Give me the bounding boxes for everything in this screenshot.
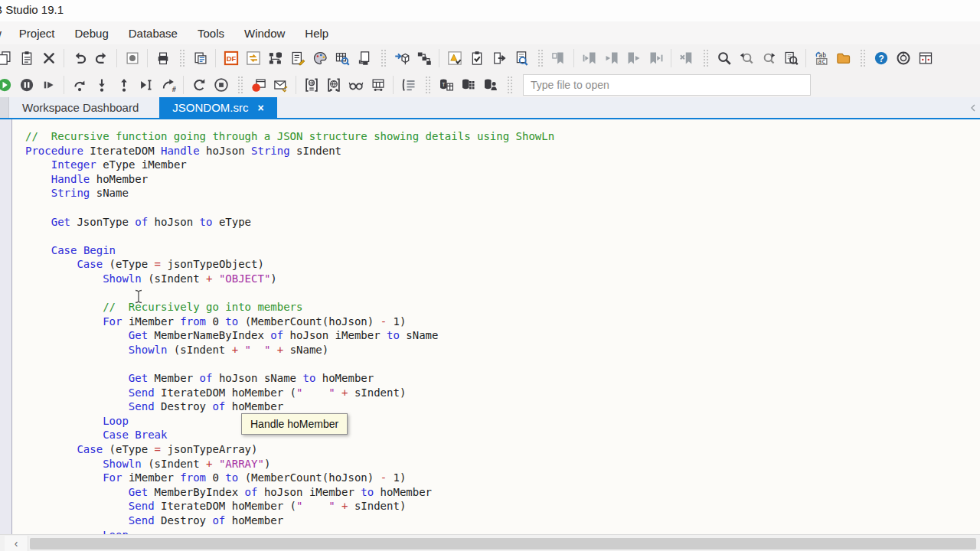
title-bar: B Studio 19.1 (0, 0, 980, 21)
pause-button[interactable] (15, 74, 38, 96)
toolbar-grip (859, 48, 865, 68)
compile-all-button[interactable] (413, 47, 435, 69)
database-cubes-button[interactable] (457, 74, 479, 96)
run-button[interactable] (0, 74, 15, 96)
send-report-button[interactable] (270, 74, 292, 96)
tab-close-icon[interactable]: × (257, 103, 263, 113)
svg-text:ac: ac (818, 57, 825, 65)
menu-project[interactable]: Project (9, 24, 65, 43)
delete-button[interactable] (38, 47, 60, 69)
copy-button[interactable] (0, 47, 15, 69)
run-to-cursor-button[interactable] (135, 74, 157, 96)
menu-database[interactable]: Database (119, 24, 188, 43)
styler-icon (312, 51, 328, 66)
bookmark-toggle-button[interactable] (547, 47, 570, 69)
panels-button[interactable] (914, 47, 936, 69)
locals-button[interactable] (345, 74, 367, 96)
pause-icon (19, 77, 34, 93)
compile-button[interactable] (390, 47, 413, 69)
bookmark-first-button[interactable] (578, 47, 600, 69)
code-line: String sName (12, 186, 980, 201)
find-button[interactable] (713, 47, 735, 69)
code-line: Showln (sIndent + "ARRAY") (12, 457, 980, 471)
menu-tools[interactable]: Tools (188, 24, 234, 43)
help-button[interactable]: ? (870, 47, 892, 69)
database-table-icon: T (439, 77, 454, 93)
run-program-button[interactable] (488, 47, 510, 69)
call-stack-button[interactable] (397, 74, 420, 96)
step-out-button[interactable] (113, 74, 135, 96)
toolbar-separator (296, 76, 296, 94)
hscroll-thumb[interactable] (30, 538, 976, 549)
horizontal-scrollbar[interactable]: ‹ (0, 534, 980, 551)
bookmark-prev-button[interactable] (600, 47, 622, 69)
database-explorer-button[interactable] (264, 47, 286, 69)
find-prev-button[interactable] (735, 47, 757, 69)
editor-selection-margin[interactable] (0, 119, 12, 534)
tab-label: Workspace Dashboard (22, 101, 139, 114)
code-line (12, 357, 980, 372)
watch-expression-button[interactable] (300, 74, 322, 96)
toolbar-grip (237, 75, 243, 95)
preview-button[interactable] (510, 47, 532, 69)
integration-button[interactable] (242, 47, 264, 69)
run-program-icon (492, 51, 507, 66)
styler-button[interactable] (309, 47, 331, 69)
table-editor-button[interactable] (286, 47, 309, 69)
browse-folder-icon (836, 51, 851, 66)
hscroll-left-button[interactable]: ‹ (5, 536, 28, 551)
code-line: Get MemberByIndex of hoJson iMember to h… (12, 485, 980, 500)
find-next-button[interactable] (757, 47, 779, 69)
menu-w[interactable]: w (0, 24, 9, 43)
menu-debug[interactable]: Debug (65, 24, 119, 43)
bookmark-next-button[interactable] (622, 47, 645, 69)
open-file-input[interactable] (523, 74, 811, 96)
toolbar-separator (64, 49, 64, 67)
print-button[interactable] (152, 47, 174, 69)
toolbar-separator (439, 49, 439, 67)
about-button[interactable] (892, 47, 914, 69)
connection-button[interactable] (353, 47, 375, 69)
bookmark-toggle-icon (551, 51, 567, 66)
redo-button[interactable] (90, 47, 113, 69)
code-checks-button[interactable] (466, 47, 488, 69)
resume-icon (41, 77, 57, 93)
code-line: Get Member of hoJson sName to hoMember (12, 371, 980, 386)
record-macro-button[interactable] (121, 47, 143, 69)
database-web-button[interactable] (479, 74, 501, 96)
database-cubes-icon (461, 77, 476, 93)
stop-debugging-button[interactable] (210, 74, 232, 96)
connection-icon (357, 51, 372, 66)
table-buffers-button[interactable] (367, 74, 389, 96)
step-into-button[interactable] (90, 74, 113, 96)
tab-jsondom-src[interactable]: JSONDOM.src× (159, 97, 276, 118)
toggle-breakpoint-button[interactable] (247, 74, 270, 96)
step-over-button[interactable] (68, 74, 90, 96)
set-next-statement-button[interactable]: # (157, 74, 179, 96)
browse-folder-button[interactable] (832, 47, 854, 69)
help-icon: ? (874, 51, 889, 66)
tab-scroll-chevron-icon[interactable] (969, 97, 980, 118)
toolbar-separator (116, 49, 117, 67)
delete-icon (41, 51, 57, 66)
menu-window[interactable]: Window (234, 24, 295, 43)
bookmark-last-button[interactable] (645, 47, 667, 69)
database-browser-button[interactable] (331, 47, 353, 69)
undo-button[interactable] (68, 47, 90, 69)
bookmark-clear-button[interactable] (675, 47, 697, 69)
code-line (12, 286, 980, 301)
tab-workspace-dashboard[interactable]: Workspace Dashboard (9, 97, 152, 118)
watch-global-button[interactable] (322, 74, 345, 96)
warnings-button[interactable] (443, 47, 466, 69)
menu-help[interactable]: Help (295, 24, 338, 43)
resume-button[interactable] (38, 74, 60, 96)
dataflex-button[interactable]: DF (220, 47, 242, 69)
restart-button[interactable] (188, 74, 210, 96)
find-in-files-button[interactable] (779, 47, 802, 69)
code-line: Send IterateDOM hoMember (" " + sIndent) (12, 386, 980, 400)
database-table-button[interactable]: T (435, 74, 457, 96)
code-editor[interactable]: // Recursive function going through a JS… (0, 119, 980, 534)
paste-button[interactable] (15, 47, 38, 69)
order-entry-button[interactable] (189, 47, 211, 69)
replace-button[interactable]: abac (810, 47, 832, 69)
